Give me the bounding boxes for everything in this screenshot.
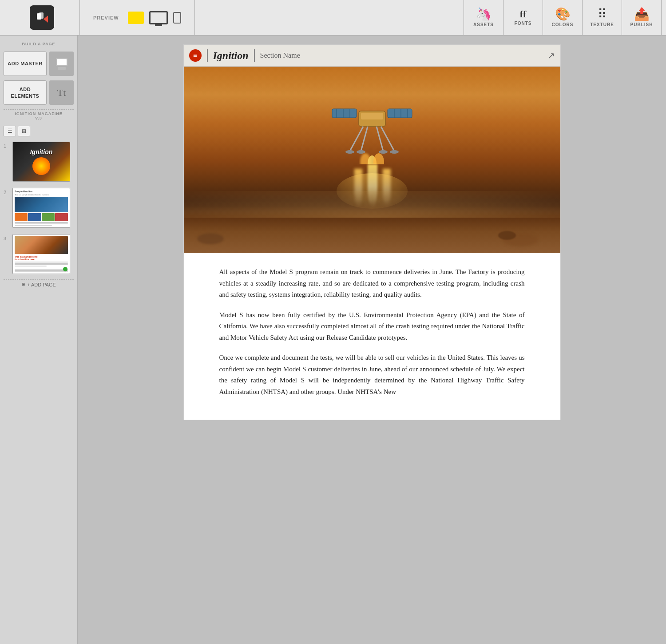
- magazine-label: IGNITION MAGAZINE V.3: [4, 109, 74, 121]
- desktop-preview-button[interactable]: [149, 11, 168, 24]
- build-page-label: BUILD A PAGE: [4, 40, 74, 47]
- svg-line-16: [350, 127, 363, 151]
- page-thumbnail-3: This is a sample stylefor a headline her…: [12, 234, 70, 274]
- page-thumbnail-2: Sample Headline This is a sample headlin…: [12, 188, 70, 228]
- brand-logo: ≡: [189, 49, 202, 62]
- list-view-button[interactable]: ☰: [4, 126, 16, 136]
- main-area: BUILD A PAGE ADD MASTER ADDELEMENTS Tt I…: [0, 36, 666, 644]
- add-master-button[interactable]: ADD MASTER: [4, 52, 47, 76]
- tablet-preview-button[interactable]: [128, 12, 144, 24]
- add-buttons-row: ADD MASTER: [4, 52, 74, 76]
- assets-label: ASSETS: [473, 22, 494, 27]
- texture-icon: ⠿: [598, 8, 607, 20]
- article-paragraph-1: All aspects of the Model S program remai…: [219, 266, 525, 301]
- canvas-area: ≡ Ignition Section Name ↗: [78, 36, 666, 644]
- dust-effect: [184, 191, 560, 218]
- master-icon-preview: [49, 52, 74, 76]
- page-number-2: 2: [4, 190, 10, 195]
- svg-line-18: [377, 127, 383, 151]
- svg-marker-2: [44, 16, 48, 23]
- assets-tool[interactable]: 🦄 ASSETS: [464, 0, 503, 35]
- assets-icon: 🦄: [476, 8, 492, 20]
- svg-point-21: [357, 150, 365, 154]
- header-divider: [207, 49, 208, 62]
- share-button[interactable]: ↗: [547, 50, 555, 61]
- publish-icon: 📤: [634, 8, 650, 20]
- fonts-icon: ff: [520, 9, 527, 19]
- logo-area: [4, 0, 80, 35]
- publish-tool[interactable]: 📤 PUBLISH: [622, 0, 662, 35]
- svg-point-26: [373, 153, 384, 164]
- section-name[interactable]: Section Name: [260, 52, 300, 60]
- article-body: All aspects of the Model S program remai…: [184, 253, 560, 420]
- colors-tool[interactable]: 🎨 COLORS: [543, 0, 583, 35]
- article-paragraph-2: Model S has now been fully certified by …: [219, 310, 525, 344]
- publish-label: PUBLISH: [630, 22, 653, 27]
- page-item-2[interactable]: 2 Sample Headline This is a sample headl…: [4, 187, 74, 229]
- add-elements-button[interactable]: ADDELEMENTS: [4, 80, 47, 105]
- header-divider-2: [254, 49, 255, 62]
- page-title: Ignition: [213, 50, 249, 62]
- svg-rect-1: [39, 12, 44, 19]
- svg-line-17: [361, 127, 368, 151]
- article-paragraph-3: Once we complete and document the tests,…: [219, 352, 525, 398]
- preview-area: PREVIEW: [80, 0, 195, 35]
- sidebar: BUILD A PAGE ADD MASTER ADDELEMENTS Tt I…: [0, 36, 78, 644]
- svg-rect-7: [361, 113, 383, 119]
- mobile-preview-button[interactable]: [173, 12, 181, 24]
- svg-line-19: [381, 127, 394, 151]
- svg-rect-4: [57, 59, 67, 65]
- svg-point-20: [345, 150, 354, 154]
- fonts-tool[interactable]: ff FONTS: [503, 0, 543, 35]
- svg-point-22: [379, 150, 388, 154]
- svg-point-23: [390, 150, 399, 154]
- page-item-3[interactable]: 3 This is a sample stylefor a headline h…: [4, 233, 74, 275]
- page-header-bar: ≡ Ignition Section Name ↗: [183, 44, 561, 67]
- svg-rect-8: [332, 109, 357, 118]
- toolbar: PREVIEW 🦄 ASSETS ff FONTS 🎨 COLORS ⠿ TEX…: [0, 0, 666, 36]
- page-number-1: 1: [4, 143, 10, 149]
- elements-icon-preview: Tt: [49, 80, 74, 105]
- svg-rect-5: [58, 67, 66, 70]
- grid-view-button[interactable]: ⊞: [18, 126, 30, 136]
- toolbar-right: 🦄 ASSETS ff FONTS 🎨 COLORS ⠿ TEXTURE 📤 P…: [195, 0, 662, 35]
- preview-label: PREVIEW: [93, 15, 119, 20]
- texture-label: TEXTURE: [590, 22, 614, 27]
- texture-tool[interactable]: ⠿ TEXTURE: [582, 0, 622, 35]
- active-page-indicator: [63, 267, 67, 271]
- page-thumbnail-1: Ignition: [12, 142, 70, 182]
- colors-label: COLORS: [552, 22, 574, 27]
- view-toggle: ☰ ⊞: [4, 126, 74, 136]
- app-logo[interactable]: [30, 5, 54, 30]
- add-elements-row: ADDELEMENTS Tt: [4, 80, 74, 105]
- fonts-label: FONTS: [515, 21, 532, 26]
- add-page-button[interactable]: ⊕ + ADD PAGE: [4, 279, 74, 289]
- page-content: All aspects of the Model S program remai…: [183, 67, 561, 420]
- colors-icon: 🎨: [555, 8, 571, 20]
- page-number-3: 3: [4, 236, 10, 241]
- page-item-1[interactable]: 1 Ignition: [4, 141, 74, 183]
- hero-image: [184, 67, 560, 253]
- svg-rect-12: [388, 109, 412, 118]
